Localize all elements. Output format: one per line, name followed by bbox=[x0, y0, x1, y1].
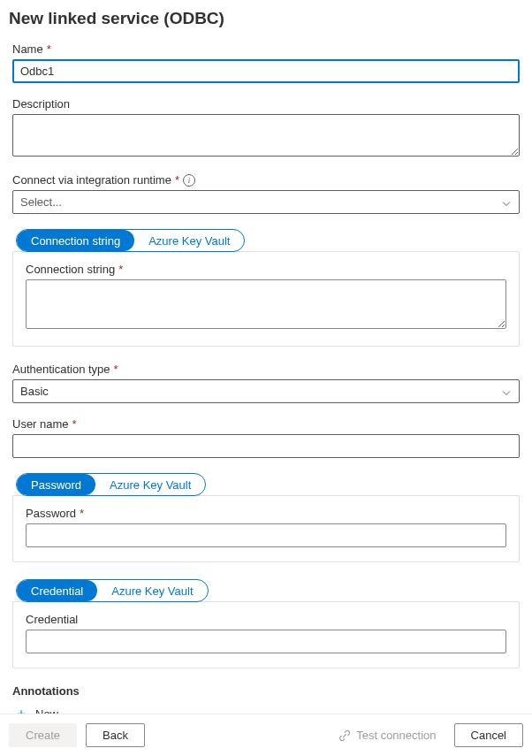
tab-connection-string[interactable]: Connection string bbox=[17, 230, 134, 251]
auth-type-select[interactable]: Basic bbox=[12, 379, 520, 403]
credential-label-text: Credential bbox=[26, 613, 78, 626]
name-input[interactable] bbox=[12, 59, 520, 83]
credential-tabs: Credential Azure Key Vault bbox=[16, 579, 209, 602]
required-asterisk: * bbox=[175, 173, 179, 187]
username-label: User name * bbox=[12, 417, 520, 431]
username-label-text: User name bbox=[12, 417, 69, 431]
required-asterisk: * bbox=[47, 42, 51, 56]
required-asterisk: * bbox=[80, 507, 84, 520]
password-panel: Password * bbox=[12, 495, 520, 562]
conn-string-tabs: Connection string Azure Key Vault bbox=[16, 229, 245, 252]
test-connection-label: Test connection bbox=[356, 729, 436, 742]
conn-string-label-text: Connection string bbox=[26, 263, 115, 276]
required-asterisk: * bbox=[114, 363, 118, 376]
runtime-select[interactable]: Select... bbox=[12, 190, 520, 214]
cancel-button[interactable]: Cancel bbox=[454, 723, 523, 747]
password-label: Password * bbox=[26, 507, 506, 520]
conn-string-label: Connection string * bbox=[26, 263, 506, 276]
runtime-label-text: Connect via integration runtime bbox=[12, 173, 171, 187]
name-label-text: Name bbox=[12, 42, 43, 56]
tab-password-azure-key-vault[interactable]: Azure Key Vault bbox=[95, 474, 205, 495]
description-label: Description bbox=[12, 97, 520, 111]
name-label: Name * bbox=[12, 42, 520, 56]
conn-string-panel: Connection string * bbox=[12, 251, 520, 347]
tab-conn-azure-key-vault[interactable]: Azure Key Vault bbox=[134, 230, 244, 251]
auth-type-label: Authentication type * bbox=[12, 363, 520, 376]
required-asterisk: * bbox=[118, 263, 123, 276]
conn-string-input[interactable] bbox=[26, 279, 506, 329]
annotations-section: Annotations ＋ New bbox=[12, 684, 520, 716]
credential-section: Credential Azure Key Vault Credential bbox=[12, 578, 520, 668]
tab-password[interactable]: Password bbox=[17, 474, 95, 495]
username-input[interactable] bbox=[12, 434, 520, 458]
back-button[interactable]: Back bbox=[86, 723, 145, 747]
name-field-block: Name * bbox=[12, 42, 520, 83]
credential-input[interactable] bbox=[26, 630, 506, 653]
password-tabs: Password Azure Key Vault bbox=[16, 473, 206, 496]
credential-label: Credential bbox=[26, 613, 506, 626]
annotations-heading: Annotations bbox=[12, 684, 520, 698]
page-title: New linked service (ODBC) bbox=[9, 9, 523, 28]
auth-type-label-text: Authentication type bbox=[12, 363, 110, 376]
runtime-field-block: Connect via integration runtime * i Sele… bbox=[12, 173, 520, 214]
credential-panel: Credential bbox=[12, 601, 520, 668]
footer: Create Back Test connection Cancel bbox=[0, 714, 532, 756]
username-field-block: User name * bbox=[12, 417, 520, 458]
auth-type-field-block: Authentication type * Basic bbox=[12, 363, 520, 403]
info-icon[interactable]: i bbox=[183, 174, 195, 187]
create-button: Create bbox=[9, 723, 77, 747]
description-label-text: Description bbox=[12, 97, 70, 111]
form-area: Name * Description Connect via integrati… bbox=[9, 42, 523, 716]
password-input[interactable] bbox=[26, 523, 506, 547]
password-label-text: Password bbox=[26, 507, 76, 520]
required-asterisk: * bbox=[72, 417, 77, 431]
connection-icon bbox=[338, 729, 351, 742]
runtime-label: Connect via integration runtime * i bbox=[12, 173, 520, 187]
conn-string-section: Connection string Azure Key Vault Connec… bbox=[12, 228, 520, 347]
description-field-block: Description bbox=[12, 97, 520, 159]
description-input[interactable] bbox=[12, 114, 520, 157]
tab-credential[interactable]: Credential bbox=[17, 580, 97, 601]
tab-credential-azure-key-vault[interactable]: Azure Key Vault bbox=[97, 580, 207, 601]
test-connection-button: Test connection bbox=[330, 724, 445, 746]
password-section: Password Azure Key Vault Password * bbox=[12, 472, 520, 562]
